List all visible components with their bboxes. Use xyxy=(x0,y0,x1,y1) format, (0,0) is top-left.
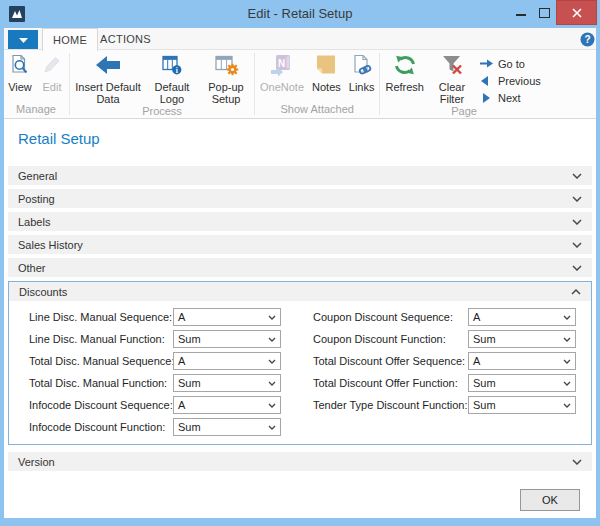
view-button[interactable]: View xyxy=(4,52,36,93)
section-other[interactable]: Other xyxy=(8,258,592,277)
close-button[interactable] xyxy=(556,0,597,25)
help-icon: ? xyxy=(580,32,595,47)
ok-button[interactable]: OK xyxy=(520,489,580,511)
infocode-discount-function-select[interactable]: Sum xyxy=(173,418,281,436)
group-separator xyxy=(69,53,70,115)
onenote-button[interactable]: N OneNote xyxy=(256,52,308,93)
section-posting[interactable]: Posting xyxy=(8,189,592,208)
section-label: Version xyxy=(18,456,55,468)
section-general[interactable]: General xyxy=(8,166,592,185)
chevron-down-icon xyxy=(268,337,276,342)
previous-arrow-icon xyxy=(480,76,493,86)
field-label: Total Disc. Manual Sequence: xyxy=(29,352,175,370)
help-button[interactable]: ? xyxy=(580,32,595,47)
total-disc-manual-function-select[interactable]: Sum xyxy=(173,374,281,392)
discounts-panel: Discounts Line Disc. Manual Sequence: A … xyxy=(8,281,592,445)
section-discounts[interactable]: Discounts xyxy=(9,282,591,301)
notes-button[interactable]: Notes xyxy=(308,52,345,93)
field-label: Total Discount Offer Sequence: xyxy=(313,352,465,370)
tender-type-discount-function-select[interactable]: Sum xyxy=(468,396,576,414)
coupon-discount-function-select[interactable]: Sum xyxy=(468,330,576,348)
notes-label: Notes xyxy=(312,81,341,93)
view-label: View xyxy=(8,81,32,93)
section-version[interactable]: Version xyxy=(8,452,592,471)
minimize-icon xyxy=(516,8,526,17)
select-value: A xyxy=(178,311,185,323)
select-value: Sum xyxy=(178,377,201,389)
section-label: Posting xyxy=(18,193,55,205)
field-label: Line Disc. Manual Function: xyxy=(29,330,165,348)
select-value: Sum xyxy=(473,377,496,389)
view-icon xyxy=(8,52,32,78)
tab-home[interactable]: HOME xyxy=(42,28,98,51)
tab-actions[interactable]: ACTIONS xyxy=(90,28,161,50)
section-label: Discounts xyxy=(19,286,67,298)
section-label: Other xyxy=(18,262,46,274)
next-button[interactable]: Next xyxy=(480,91,541,104)
chevron-down-icon xyxy=(572,219,582,225)
popup-setup-button[interactable]: Pop-up Setup xyxy=(199,52,253,105)
onenote-icon: N xyxy=(269,52,295,78)
chevron-down-icon xyxy=(572,242,582,248)
maximize-button[interactable] xyxy=(533,0,555,25)
section-labels[interactable]: Labels xyxy=(8,212,592,231)
application-menu-button[interactable] xyxy=(8,30,38,49)
group-label-process: Process xyxy=(142,105,182,117)
field-label: Line Disc. Manual Sequence: xyxy=(29,308,172,326)
ribbon-group-process: Insert Default Data i xyxy=(71,50,253,118)
onenote-label: OneNote xyxy=(260,81,304,93)
page-title: Retail Setup xyxy=(18,130,100,147)
refresh-label: Refresh xyxy=(385,81,424,93)
chevron-down-icon xyxy=(563,381,571,386)
total-disc-manual-sequence-select[interactable]: A xyxy=(173,352,281,370)
chevron-down-icon xyxy=(268,403,276,408)
line-disc-manual-sequence-select[interactable]: A xyxy=(173,308,281,326)
goto-button[interactable]: Go to xyxy=(480,57,541,70)
dynamics-nav-logo-icon xyxy=(9,6,25,22)
default-logo-label: Default Logo xyxy=(149,81,195,105)
group-label-manage: Manage xyxy=(16,103,56,115)
field-label: Coupon Discount Sequence: xyxy=(313,308,453,326)
group-separator xyxy=(379,53,380,115)
goto-arrow-icon xyxy=(480,59,493,68)
total-discount-offer-function-select[interactable]: Sum xyxy=(468,374,576,392)
close-icon xyxy=(572,8,582,18)
refresh-button[interactable]: Refresh xyxy=(381,52,428,93)
chevron-down-icon xyxy=(563,403,571,408)
insert-default-data-label: Insert Default Data xyxy=(75,81,141,105)
ribbon-group-show-attached: N OneNote Notes xyxy=(256,50,378,118)
total-discount-offer-sequence-select[interactable]: A xyxy=(468,352,576,370)
svg-text:N: N xyxy=(278,58,285,69)
field-label: Infocode Discount Function: xyxy=(29,418,165,436)
section-sales-history[interactable]: Sales History xyxy=(8,235,592,254)
maximize-icon xyxy=(539,8,550,18)
field-label: Total Disc. Manual Function: xyxy=(29,374,167,392)
section-label: Labels xyxy=(18,216,50,228)
edit-label: Edit xyxy=(43,81,62,93)
section-label: General xyxy=(18,170,57,182)
previous-button[interactable]: Previous xyxy=(480,74,541,87)
edit-pencil-icon xyxy=(40,52,64,78)
coupon-discount-sequence-select[interactable]: A xyxy=(468,308,576,326)
field-label: Tender Type Discount Function: xyxy=(313,396,468,414)
select-value: Sum xyxy=(473,399,496,411)
minimize-button[interactable] xyxy=(510,0,532,25)
app-window: Edit - Retail Setup HOME ACTIONS xyxy=(0,0,600,526)
select-value: A xyxy=(473,355,480,367)
ribbon-group-page: Refresh Clear Filter xyxy=(381,50,546,118)
chevron-down-icon xyxy=(572,459,582,465)
chevron-down-icon xyxy=(268,359,276,364)
title-bar: Edit - Retail Setup xyxy=(0,0,600,28)
clear-filter-button[interactable]: Clear Filter xyxy=(428,52,476,105)
chevron-down-icon xyxy=(19,37,28,43)
insert-default-data-button[interactable]: Insert Default Data xyxy=(71,52,145,105)
infocode-discount-sequence-select[interactable]: A xyxy=(173,396,281,414)
edit-button[interactable]: Edit xyxy=(36,52,68,93)
clear-filter-label: Clear Filter xyxy=(432,81,472,105)
line-disc-manual-function-select[interactable]: Sum xyxy=(173,330,281,348)
page-nav-buttons: Go to Previous Next xyxy=(480,57,541,104)
refresh-icon xyxy=(393,52,417,78)
default-logo-button[interactable]: i Default Logo xyxy=(145,52,199,105)
svg-text:?: ? xyxy=(584,34,590,45)
links-button[interactable]: Links xyxy=(345,52,379,93)
